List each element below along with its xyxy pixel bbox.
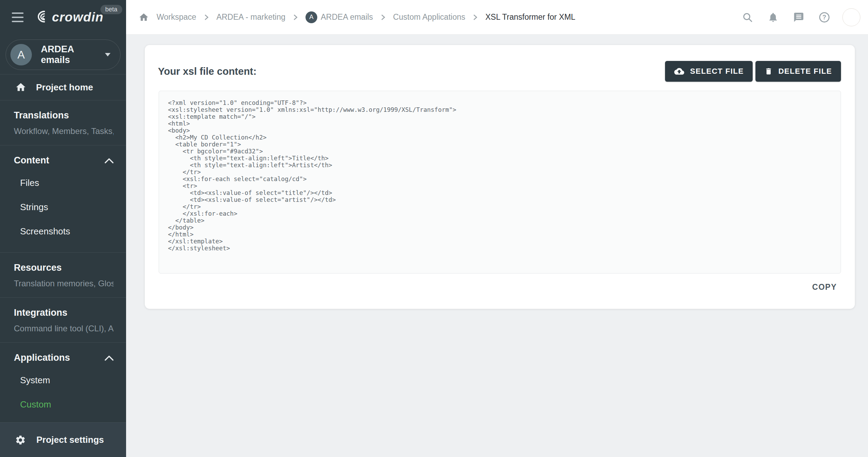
sidebar-group-integrations[interactable]: Integrations Command line tool (CLI), AP… — [0, 298, 126, 342]
file-actions: SELECT FILE DELETE FILE — [665, 61, 841, 82]
delete-file-button[interactable]: DELETE FILE — [755, 61, 841, 82]
project-name: ARDEA emails — [41, 44, 96, 65]
notifications-bell-icon[interactable] — [765, 10, 781, 25]
crowdin-logo-icon — [33, 10, 48, 25]
beta-badge: beta — [100, 5, 122, 14]
sidebar-group-translations[interactable]: Translations Workflow, Members, Tasks, A… — [0, 100, 126, 145]
chevron-right-icon — [293, 14, 298, 21]
help-icon[interactable]: ? — [817, 10, 832, 25]
sidebar-group-applications-toggle[interactable]: Applications — [14, 352, 114, 363]
page-content: Your xsl file content: SELECT FILE — [126, 35, 868, 457]
chevron-right-icon — [381, 14, 386, 21]
chevron-up-icon — [105, 158, 114, 163]
sidebar-group-content: Content Files Strings Screenshots — [0, 145, 126, 252]
messages-chat-icon[interactable] — [791, 10, 806, 25]
sidebar: crowdin beta A ARDEA emails Project home — [0, 0, 126, 457]
sidebar-item-label: Project home — [36, 82, 93, 93]
group-subtitle: Command line tool (CLI), API, A… — [14, 324, 114, 333]
sidebar-item-strings[interactable]: Strings — [14, 195, 114, 219]
project-avatar: A — [305, 11, 317, 23]
sidebar-group-applications: Applications System Custom — [0, 343, 126, 422]
sidebar-item-project-home[interactable]: Project home — [0, 74, 126, 100]
group-title: Resources — [14, 262, 62, 273]
group-subtitle: Workflow, Members, Tasks, Act… — [14, 126, 114, 136]
select-file-button[interactable]: SELECT FILE — [665, 61, 753, 82]
hamburger-menu-icon[interactable] — [12, 11, 24, 24]
sidebar-item-custom[interactable]: Custom — [14, 392, 114, 416]
sidebar-header: crowdin beta — [0, 0, 126, 35]
button-label: DELETE FILE — [778, 67, 832, 76]
group-title: Translations — [14, 110, 69, 121]
home-icon — [15, 82, 26, 93]
xsl-file-card: Your xsl file content: SELECT FILE — [145, 45, 855, 309]
button-label: SELECT FILE — [690, 67, 744, 76]
svg-text:?: ? — [823, 14, 826, 21]
group-title: Integrations — [14, 307, 68, 318]
sidebar-nav: Project home Translations Workflow, Memb… — [0, 74, 126, 422]
page-title: Your xsl file content: — [158, 66, 257, 77]
copy-button[interactable]: COPY — [812, 283, 837, 292]
breadcrumb-custom-applications[interactable]: Custom Applications — [393, 12, 465, 22]
user-avatar[interactable] — [842, 8, 860, 26]
sidebar-item-system[interactable]: System — [14, 368, 114, 392]
breadcrumb-project-label: ARDEA emails — [321, 12, 373, 22]
sidebar-item-label: Project settings — [36, 434, 104, 445]
group-title: Applications — [14, 352, 70, 363]
sidebar-item-screenshots[interactable]: Screenshots — [14, 219, 114, 243]
gear-icon — [15, 434, 26, 446]
app-window: crowdin beta A ARDEA emails Project home — [0, 0, 868, 457]
project-avatar: A — [10, 44, 32, 65]
breadcrumb-organization[interactable]: ARDEA - marketing — [216, 12, 285, 22]
crowdin-logo[interactable]: crowdin beta — [33, 10, 117, 25]
chevron-right-icon — [473, 14, 478, 21]
crowdin-logo-text: crowdin — [52, 10, 104, 25]
home-icon[interactable] — [139, 12, 149, 23]
sidebar-item-files[interactable]: Files — [14, 171, 114, 195]
cloud-upload-icon — [674, 67, 684, 75]
sidebar-group-content-toggle[interactable]: Content — [14, 155, 114, 166]
chevron-up-icon — [105, 355, 114, 361]
breadcrumb-workspace[interactable]: Workspace — [157, 12, 196, 22]
main-area: Workspace ARDEA - marketing A ARDEA emai… — [126, 0, 868, 457]
group-subtitle: Translation memories, Glossari… — [14, 279, 114, 288]
xsl-code-content: <?xml version="1.0" encoding="UTF-8"?> <… — [168, 99, 832, 252]
breadcrumb: Workspace ARDEA - marketing A ARDEA emai… — [139, 11, 575, 23]
project-selector[interactable]: A ARDEA emails — [6, 39, 121, 70]
search-icon[interactable] — [740, 10, 755, 25]
sidebar-group-resources[interactable]: Resources Translation memories, Glossari… — [0, 253, 126, 297]
chevron-right-icon — [204, 14, 209, 21]
topbar-actions: ? — [740, 8, 860, 26]
xsl-code-viewer[interactable]: <?xml version="1.0" encoding="UTF-8"?> <… — [159, 91, 841, 274]
sidebar-item-project-settings[interactable]: Project settings — [0, 422, 126, 457]
breadcrumb-current-page: XSL Transformer for XML — [485, 12, 575, 22]
group-title: Content — [14, 155, 49, 166]
chevron-down-icon — [105, 52, 110, 58]
breadcrumb-project[interactable]: A ARDEA emails — [305, 11, 373, 23]
topbar: Workspace ARDEA - marketing A ARDEA emai… — [126, 0, 868, 35]
trash-icon — [764, 67, 773, 76]
